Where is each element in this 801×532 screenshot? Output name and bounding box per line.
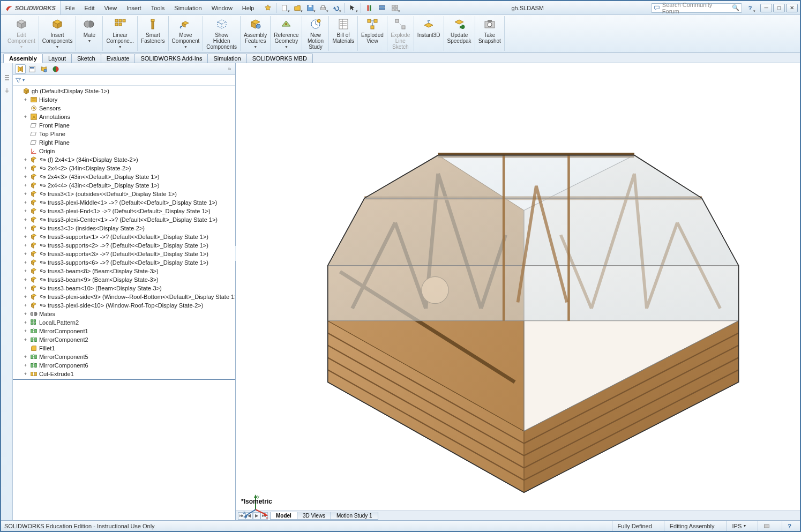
ribbon-take-snapshot[interactable]: TakeSnapshot [475,16,505,51]
tree-node[interactable]: +truss3-supports<1> ->? (Default<<Defaul… [13,233,235,241]
tree-node[interactable]: +truss3-supports<3> ->? (Default<<Defaul… [13,250,235,258]
menu-tools[interactable]: Tools [146,1,170,14]
display-tab[interactable] [50,64,61,74]
tree-node[interactable]: Right Plane [13,138,235,147]
expand-toggle[interactable]: + [23,174,28,179]
expand-toggle[interactable]: + [23,226,28,231]
expand-toggle[interactable]: + [23,286,28,291]
expand-toggle[interactable]: + [23,157,28,162]
tree-node[interactable]: +truss3-plexi-side<10> (Window-Roof-Top<… [13,301,235,310]
undo-button[interactable] [330,3,342,13]
tree-node[interactable]: +truss3-plexi-End<1> ->? (Default<<Defau… [13,207,235,215]
tree-filter[interactable]: ▾ [13,75,235,86]
ribbon-mate[interactable]: Mate▼ [76,16,103,51]
maximize-button[interactable]: □ [773,4,785,12]
config-tab[interactable] [39,64,49,74]
tree-node[interactable]: Fillet1 [13,344,235,353]
star-icon[interactable] [262,3,274,13]
expand-toggle[interactable]: + [23,114,28,119]
tree-node[interactable]: +History [13,95,235,104]
ribbon-bill-of-materials[interactable]: Bill ofMaterials [329,16,358,51]
expand-toggle[interactable]: + [23,183,28,188]
graphics-area[interactable]: ▸ ⧉ ⧉ ─ □ ✕ [236,63,800,520]
expand-toggle[interactable]: + [23,251,28,257]
menu-file[interactable]: File [61,1,80,14]
expand-toggle[interactable]: + [23,217,28,222]
select-button[interactable] [347,3,358,13]
minimize-button[interactable]: ─ [760,4,772,12]
menu-view[interactable]: View [99,1,122,14]
expand-toggle[interactable]: + [23,200,28,205]
expand-toggle[interactable]: + [23,243,28,248]
feature-tree-tab[interactable] [15,64,26,74]
ftab-sketch[interactable]: Sketch [71,54,101,63]
ftab-solidworks-add-ins[interactable]: SOLIDWORKS Add-Ins [134,54,208,63]
tree-node[interactable]: +truss3<3> (insides<Display State-2>) [13,224,235,233]
ribbon-insert-components[interactable]: InsertComponents▼ [39,16,77,51]
expand-toggle[interactable]: + [23,371,28,377]
tree-node[interactable]: +truss3-beam<8> (Beam<Display State-3>) [13,267,235,275]
tree-rollback-bar[interactable] [13,379,235,380]
ribbon-new-motion-study[interactable]: NewMotionStudy [302,16,329,51]
property-tab[interactable] [27,64,38,74]
new-button[interactable] [279,3,290,13]
print-button[interactable] [317,3,329,13]
expand-toggle[interactable]: + [23,234,28,239]
expand-toggle[interactable]: + [23,97,28,102]
tree-node[interactable]: +AAnnotations [13,113,235,121]
ribbon-move-component[interactable]: MoveComponent▼ [169,16,204,51]
open-button[interactable] [291,3,303,13]
ftab-simulation[interactable]: Simulation [207,54,246,63]
help-button[interactable]: ? [744,3,756,13]
ribbon-instant3d[interactable]: Instant3D [414,16,444,51]
tree-node[interactable]: +MirrorComponent5 [13,353,235,361]
tree-node[interactable]: +2x4<2> (34in<Display State-2>) [13,164,235,173]
tree-node[interactable]: +MirrorComponent6 [13,361,235,370]
ribbon-update-speedpak[interactable]: UpdateSpeedpak [444,16,475,51]
settings-button[interactable] [389,3,401,13]
ribbon-exploded-view[interactable]: ExplodedView [358,16,387,51]
ribbon-assembly-features[interactable]: AssemblyFeatures▼ [241,16,271,51]
tree-node[interactable]: +truss3-supports<6> ->? (Default<<Defaul… [13,258,235,267]
tree-node[interactable]: +truss3-beam<9> (Beam<Display State-3>) [13,275,235,284]
expand-toggle[interactable]: + [23,191,28,197]
expand-toggle[interactable]: + [23,320,28,325]
tree-node[interactable]: +Mates [13,310,235,318]
model-canvas[interactable]: y x z *Isometric [236,63,800,511]
ftab-layout[interactable]: Layout [42,54,72,63]
tree-node[interactable]: +MirrorComponent1 [13,327,235,335]
expand-toggle[interactable]: + [23,328,28,334]
tree-node[interactable]: Origin [13,147,235,155]
menu-help[interactable]: Help [237,1,259,14]
expand-toggle[interactable]: + [23,166,28,171]
ribbon-linear-compone-[interactable]: LinearCompone...▼ [103,16,138,51]
tree-node[interactable]: +Cut-Extrude1 [13,370,235,378]
expand-toggle[interactable]: + [23,311,28,317]
tree-node[interactable]: +truss3-supports<2> ->? (Default<<Defaul… [13,241,235,250]
options-button[interactable] [376,3,388,13]
expand-toggle[interactable]: + [23,294,28,299]
gutter-toggle-icon[interactable] [3,74,11,81]
search-input[interactable]: Search Community Forum 🔍 [651,3,742,13]
expand-toggle[interactable]: + [23,337,28,342]
ribbon-reference-geometry[interactable]: ReferenceGeometry▼ [271,16,302,51]
ribbon-smart-fasteners[interactable]: SmartFasteners [138,16,168,51]
ftab-solidworks-mbd[interactable]: SOLIDWORKS MBD [246,54,313,63]
tree-node[interactable]: +truss3-beam<10> (Beam<Display State-3>) [13,284,235,293]
tree-node[interactable]: gh (Default<Display State-1>) [13,87,235,95]
expand-toggle[interactable]: + [23,303,28,308]
ftab-assembly[interactable]: Assembly [3,54,43,63]
tree-node[interactable]: Sensors [13,104,235,113]
panel-expand-button[interactable]: » [226,66,233,72]
tree-node[interactable]: +2x4<3> (43in<<Default>_Display State 1>… [13,173,235,181]
menu-window[interactable]: Window [207,1,237,14]
tree-node[interactable]: +truss3<1> (outsides<<Default>_Display S… [13,190,235,198]
tree-node[interactable]: Front Plane [13,121,235,130]
menu-simulation[interactable]: Simulation [169,1,206,14]
expand-toggle[interactable]: + [23,260,28,265]
expand-toggle[interactable]: + [23,363,28,368]
ftab-evaluate[interactable]: Evaluate [101,54,136,63]
save-button[interactable] [304,3,316,13]
ribbon-show-hidden-components[interactable]: ShowHiddenComponents [203,16,241,51]
tree-node[interactable]: +truss3-plexi-Center<1> ->? (Default<<De… [13,215,235,224]
